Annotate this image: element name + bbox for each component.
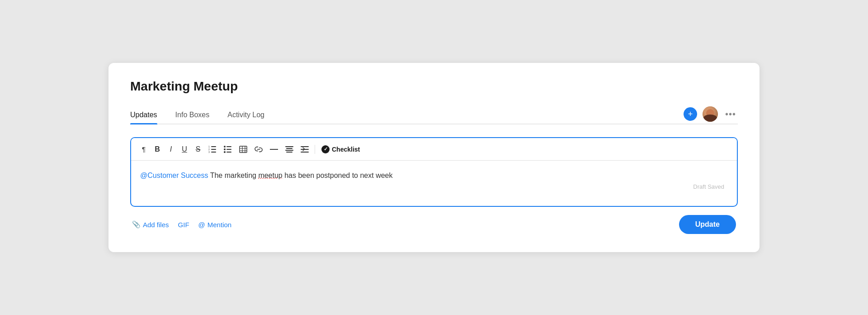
paperclip-icon: 📎 — [132, 220, 141, 229]
svg-point-9 — [224, 146, 226, 148]
bottom-bar: 📎 Add files GIF @ Mention Update — [130, 215, 738, 234]
bottom-actions: 📎 Add files GIF @ Mention — [132, 220, 231, 229]
bold-button[interactable]: B — [152, 143, 163, 155]
squiggly-word: meetup — [258, 172, 282, 179]
gif-label: GIF — [178, 221, 189, 229]
editor-text: The marketing meetup has been postponed … — [208, 172, 393, 179]
unordered-list-button[interactable] — [222, 144, 234, 155]
tab-info-boxes[interactable]: Info Boxes — [175, 106, 210, 124]
indent-button[interactable] — [298, 144, 311, 155]
align-button[interactable] — [283, 144, 296, 155]
mention-tag: @Customer Success — [140, 172, 208, 179]
link-button[interactable] — [252, 144, 265, 155]
table-button[interactable] — [237, 144, 250, 155]
avatar — [703, 106, 718, 122]
svg-rect-21 — [301, 146, 309, 147]
add-collaborator-button[interactable]: + — [684, 107, 697, 121]
tab-updates[interactable]: Updates — [130, 106, 157, 124]
divider-button[interactable]: — — [268, 143, 280, 156]
checklist-check-icon: ✓ — [321, 145, 330, 153]
checklist-button[interactable]: ✓ Checklist — [319, 143, 363, 155]
svg-rect-6 — [226, 146, 231, 147]
svg-rect-17 — [285, 146, 293, 147]
mention-button[interactable]: @ Mention — [198, 221, 232, 229]
add-files-button[interactable]: 📎 Add files — [132, 220, 169, 229]
svg-rect-7 — [226, 149, 231, 150]
svg-point-11 — [224, 151, 226, 153]
page-title: Marketing Meetup — [130, 79, 738, 94]
svg-rect-23 — [301, 152, 309, 153]
underline-button[interactable]: U — [179, 143, 190, 155]
strikethrough-button[interactable]: S — [193, 143, 203, 155]
tab-activity-log[interactable]: Activity Log — [227, 106, 264, 124]
svg-rect-12 — [240, 146, 247, 153]
italic-button[interactable]: I — [165, 143, 176, 155]
update-button[interactable]: Update — [679, 215, 736, 234]
svg-text:3: 3 — [208, 151, 210, 153]
paragraph-button[interactable]: ¶ — [138, 143, 149, 155]
checklist-label: Checklist — [332, 146, 360, 153]
mention-label: Mention — [208, 221, 231, 229]
svg-rect-1 — [211, 149, 216, 150]
svg-rect-2 — [211, 152, 216, 153]
at-icon: @ — [198, 221, 205, 229]
avatar-image — [703, 106, 718, 122]
draft-saved-status: Draft Saved — [140, 181, 728, 194]
tabs-actions: + ••• — [684, 106, 738, 124]
svg-rect-20 — [286, 152, 292, 153]
editor-toolbar: ¶ B I U S 123 — — [131, 138, 737, 161]
svg-rect-18 — [286, 148, 292, 149]
svg-rect-8 — [226, 152, 231, 153]
svg-point-10 — [224, 148, 226, 150]
more-options-button[interactable]: ••• — [723, 109, 738, 119]
main-card: Marketing Meetup Updates Info Boxes Acti… — [108, 63, 760, 252]
svg-rect-19 — [285, 150, 293, 151]
ordered-list-button[interactable]: 123 — [206, 144, 219, 155]
toolbar-separator — [315, 145, 315, 154]
editor-wrapper: ¶ B I U S 123 — — [130, 137, 738, 207]
tabs-row: Updates Info Boxes Activity Log + ••• — [130, 106, 738, 124]
editor-content[interactable]: @Customer Success The marketing meetup h… — [140, 170, 728, 181]
gif-button[interactable]: GIF — [178, 221, 189, 229]
editor-body: @Customer Success The marketing meetup h… — [131, 161, 737, 206]
svg-rect-0 — [211, 146, 216, 147]
add-files-label: Add files — [143, 221, 169, 229]
